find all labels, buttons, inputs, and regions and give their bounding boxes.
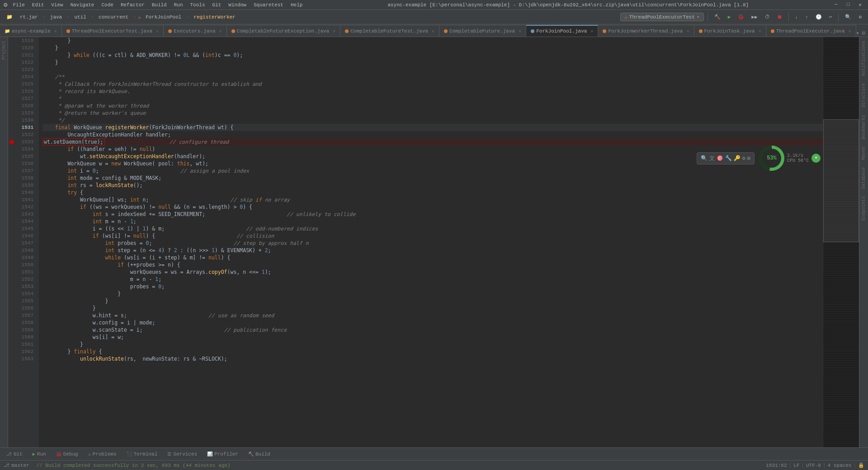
gutter-line-1558[interactable] [8,319,15,326]
menu-squaretest[interactable]: Squaretest [252,1,285,9]
gutter-line-1520[interactable] [8,44,15,52]
tab-forkjoinpool[interactable]: ForkJoinPool.java ✕ [526,25,598,37]
code-line-1523[interactable] [42,66,823,73]
structure-label[interactable]: Structure [860,80,867,111]
tab-threadpoolexecutortest[interactable]: ThreadPoolExecutorTest.java ✕ [62,25,164,37]
code-line-1553[interactable]: probes = 0; [42,283,823,290]
database-label[interactable]: Database [860,164,867,193]
tab-close-6[interactable]: ✕ [590,28,593,34]
menu-code[interactable]: Code [99,1,115,9]
code-line-1560[interactable]: ws[i] = w; [42,334,823,341]
code-line-1558[interactable]: w.config = i | mode; [42,319,823,326]
menu-tools[interactable]: Tools [189,1,207,9]
minimap-viewport[interactable] [823,119,859,242]
gutter-line-1527[interactable] [8,95,15,102]
gutter-line-1555[interactable] [8,297,15,305]
editor[interactable]: 1519152015211522152315241525152615271528… [8,37,859,447]
gutter-line-1534[interactable] [8,146,15,153]
code-line-1551[interactable]: workQueues = ws = Arrays.copyOf(ws, n <<… [42,268,823,276]
profile-button[interactable]: ⏱ [762,13,773,21]
code-line-1556[interactable]: } [42,305,823,312]
gutter-line-1523[interactable] [8,66,15,73]
cpu-expand-button[interactable]: + [811,154,821,163]
tab-forkjointask[interactable]: ForkJoinTask.java ✕ [694,25,766,37]
notifications-label[interactable]: Notifications [860,37,867,80]
gutter-line-1528[interactable] [8,102,15,109]
code-line-1557[interactable]: w.hint = s; // use as random seed [42,312,823,319]
breadcrumb-rtjar[interactable]: rt.jar [17,14,41,21]
code-line-1563[interactable]: unlockRunState(rs, newRunState: rs & ~RS… [42,355,823,362]
code-line-1524[interactable]: /** [42,73,823,80]
endpoints-label[interactable]: Endpoints [860,193,867,224]
bookmarks-label[interactable]: Bookmarks [860,111,867,143]
minimize-button[interactable]: ─ [832,1,840,9]
gutter-line-1532[interactable] [8,131,15,138]
gutter-line-1551[interactable] [8,268,15,276]
menu-edit[interactable]: Edit [30,1,46,9]
maven-label[interactable]: Maven [860,143,867,164]
code-line-1525[interactable]: * Callback from ForkJoinWorkerThread con… [42,80,823,88]
tab-close-8[interactable]: ✕ [759,28,761,34]
gutter-line-1547[interactable] [8,240,15,247]
menu-help[interactable]: Help [289,1,304,9]
tab-run[interactable]: ▶ Run [28,450,51,459]
gutter-line-1519[interactable] [8,37,15,44]
code-line-1539[interactable]: int rs = lockRunState(); [42,182,823,189]
tab-completablefutureexception[interactable]: CompletableFutureException.java ✕ [227,25,341,37]
code-line-1562[interactable]: } finally { [42,348,823,355]
code-line-1522[interactable]: } [42,59,823,66]
code-line-1531[interactable]: final WorkQueue registerWorker(ForkJoinW… [42,124,823,131]
statusbar-position[interactable]: 1531:62 [766,463,787,468]
gutter-line-1539[interactable] [8,182,15,189]
gutter-line-1542[interactable] [8,203,15,211]
gutter-line-1549[interactable] [8,254,15,261]
gutter-line-1548[interactable] [8,247,15,254]
gutter-line-1560[interactable] [8,334,15,341]
statusbar-readonly-icon[interactable]: 🔒 [858,462,864,468]
toolbar-icon-2[interactable]: 🎯 [717,155,723,162]
gutter-line-1543[interactable] [8,211,15,218]
maximize-button[interactable]: □ [844,1,853,9]
git-push-button[interactable]: ↑ [802,14,811,21]
tab-completablefuturetest[interactable]: CompletableFutureTest.java ✕ [340,25,439,37]
search-everywhere-button[interactable]: 🔍 [842,13,854,21]
cpu-usage-circle[interactable]: 53% [759,146,784,171]
settings-button[interactable]: ⚙ [856,13,864,21]
breadcrumb-util[interactable]: util [71,14,89,21]
tab-profiler[interactable]: 📊 Profiler [203,450,243,459]
code-line-1519[interactable]: } [42,37,823,44]
code-line-1546[interactable]: if (ws[i] != null) { // collision [42,232,823,240]
gutter-line-1545[interactable] [8,225,15,232]
gutter-line-1563[interactable] [8,355,15,362]
toolbar-icon-6[interactable]: ⊞ [747,155,750,162]
tab-close-9[interactable]: ✕ [849,28,851,34]
cpu-indicator[interactable]: 🔍 文 🎯 🔧 🔑 ⚙ ⊞ 53% 2.1k/s CPU 56°C + [697,146,821,171]
tab-terminal[interactable]: ⬛ Terminal [122,450,162,459]
code-line-1555[interactable]: } [42,297,823,305]
gutter-line-1530[interactable] [8,117,15,124]
code-line-1527[interactable]: * [42,95,823,102]
statusbar-encoding[interactable]: UTF-8 [806,463,821,468]
gutter-line-1522[interactable] [8,59,15,66]
code-line-1544[interactable]: int m = n - 1; [42,218,823,225]
code-line-1529[interactable]: * @return the worker's queue [42,109,823,117]
code-line-1520[interactable]: } [42,44,823,52]
menu-window[interactable]: Window [226,1,248,9]
menu-view[interactable]: View [49,1,65,9]
gutter-line-1521[interactable] [8,52,15,59]
breadcrumb-java[interactable]: java [47,14,65,21]
gutter-line-1540[interactable] [8,189,15,196]
tab-close-7[interactable]: ✕ [686,28,689,34]
gutter-line-1524[interactable] [8,73,15,80]
tab-close-3[interactable]: ✕ [333,28,335,34]
gutter-line-1533[interactable] [8,138,15,146]
gutter-line-1557[interactable] [8,312,15,319]
gutter-line-1535[interactable] [8,153,15,160]
tab-executors[interactable]: Executors.java ✕ [164,25,226,37]
tab-close-1[interactable]: ✕ [156,28,159,34]
toolbar-icon-3[interactable]: 🔧 [725,155,732,162]
statusbar-lf[interactable]: LF [793,463,799,468]
code-line-1543[interactable]: int s = indexSeed += SEED_INCREMENT; // … [42,211,823,218]
tab-completablefuture[interactable]: CompletableFuture.java ✕ [439,25,526,37]
code-line-1541[interactable]: WorkQueue[] ws; int n; // skip if no arr… [42,196,823,203]
